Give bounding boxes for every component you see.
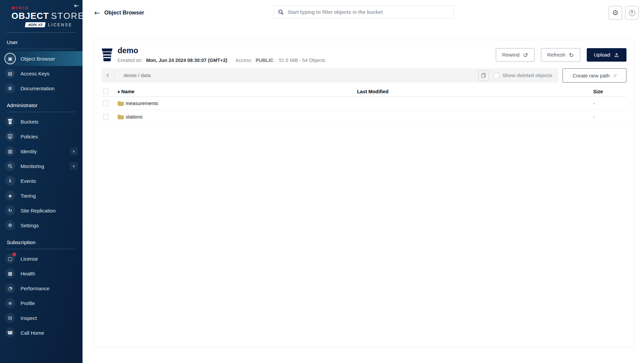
breadcrumb-bar: ‹ demo / data Show deleted objects (101, 68, 558, 82)
sidebar-item-settings[interactable]: ⚙ Settings (0, 218, 83, 233)
table-row[interactable]: measurements - (101, 97, 626, 110)
rewind-button[interactable]: Rewind ↺ (496, 48, 535, 62)
row-checkbox[interactable] (103, 114, 109, 120)
folder-icon (118, 114, 124, 120)
notification-dot (12, 253, 16, 256)
section-subscription: Subscription (7, 239, 76, 249)
bucket-header: demo Created on: Mon, Jun 24 2024 08:30:… (101, 40, 626, 63)
minio-wordmark: MINIO (11, 5, 83, 10)
access-label: Access: (235, 58, 252, 63)
back-chevron-icon[interactable]: ‹ (101, 68, 114, 82)
bucket-meta: Created on: Mon, Jun 24 2024 08:30:07 (G… (118, 58, 325, 63)
created-value: Mon, Jun 24 2024 08:30:07 (GMT+2) (146, 58, 227, 63)
sidebar-item-performance[interactable]: ◔ Performance (0, 281, 83, 296)
sidebar-item-access-keys[interactable]: ▤ Access Keys (0, 66, 83, 81)
gear-icon: ⚙ (5, 220, 15, 230)
access-value: PUBLIC (256, 58, 273, 63)
search-input[interactable] (274, 6, 454, 19)
product-name: OBJECTSTORE (11, 11, 83, 21)
agpl-badge: AGPL V3 (25, 22, 45, 27)
shield-user-icon (5, 131, 15, 141)
gear-icon: ⚙ (612, 9, 619, 17)
sidebar-item-buckets[interactable]: Buckets (0, 114, 83, 129)
copy-icon (481, 73, 486, 78)
sidebar-item-documentation[interactable]: ≣ Documentation (0, 81, 83, 96)
bucket-info: demo Created on: Mon, Jun 24 2024 08:30:… (118, 47, 325, 63)
path-toolbar: ‹ demo / data Show deleted objects Creat… (101, 68, 626, 82)
sidebar-item-tiering[interactable]: ◈ Tiering (0, 188, 83, 203)
page-title: Object Browser (104, 10, 144, 16)
bucket-icon (5, 117, 15, 127)
bucket-card: demo Created on: Mon, Jun 24 2024 08:30:… (94, 40, 634, 348)
inspect-icon: ⊟ (5, 313, 15, 323)
column-header-name[interactable]: ▲Name (118, 89, 357, 94)
license-icon: ▢ (5, 254, 15, 264)
page-header: ← Object Browser (94, 0, 144, 25)
logo-divider (7, 32, 76, 33)
show-deleted-toggle: Show deleted objects (493, 73, 552, 78)
back-arrow-icon[interactable]: ← (94, 9, 100, 17)
sidebar-item-health[interactable]: ▦ Health (0, 266, 83, 281)
breadcrumb[interactable]: demo / data (124, 73, 478, 78)
chevron-down-icon[interactable]: ∨ (70, 147, 78, 155)
path-icon: :// (613, 73, 616, 78)
refresh-button[interactable]: Refresh ↻ (541, 48, 580, 62)
documentation-icon: ≣ (5, 83, 15, 93)
sidebar-item-monitoring[interactable]: Monitoring ∨ (0, 159, 83, 173)
sidebar-item-site-replication[interactable]: ↻ Site Replication (0, 203, 83, 218)
show-deleted-checkbox[interactable] (493, 73, 499, 78)
sidebar-item-policies[interactable]: Policies (0, 129, 83, 144)
bucket-summary: 51.5 MiB - 54 Objects (279, 58, 325, 63)
select-all-checkbox[interactable] (103, 89, 109, 94)
sidebar-item-object-browser[interactable]: ▣ Object Browser (0, 51, 83, 66)
object-name: stations (126, 114, 142, 120)
sidebar-item-license[interactable]: ▢ License (0, 251, 83, 266)
sidebar-item-inspect[interactable]: ⊟ Inspect (0, 310, 83, 325)
bucket-name: demo (118, 47, 325, 55)
object-size: - (593, 101, 626, 106)
object-name: measurements (126, 101, 158, 106)
section-administrator: Administrator (7, 102, 76, 112)
row-checkbox[interactable] (103, 100, 109, 106)
identity-card-icon: ▥ (5, 146, 15, 156)
sidebar-item-profile[interactable]: ≡ Profile (0, 296, 83, 310)
main-area: ← Object Browser ⚙ ? demo (83, 0, 644, 348)
monitoring-icon (5, 161, 15, 171)
bucket-icon (101, 48, 113, 61)
layers-icon: ◈ (5, 191, 15, 201)
chevron-down-icon[interactable]: ∨ (70, 162, 78, 170)
table-row[interactable]: stations - (101, 110, 626, 124)
sidebar: ⇤ MINIO OBJECTSTORE AGPL V3 LICENSE User… (0, 0, 83, 363)
phone-icon: ☎ (5, 328, 15, 338)
rewind-icon: ↺ (523, 52, 528, 59)
upload-button[interactable]: Upload (587, 48, 626, 62)
sidebar-nav: User ▣ Object Browser ▤ Access Keys ≣ Do… (0, 39, 83, 340)
object-size: - (593, 114, 626, 120)
column-header-last-modified: Last Modified (357, 89, 593, 94)
sidebar-item-call-home[interactable]: ☎ Call Home (0, 325, 83, 340)
copy-path-button[interactable] (478, 70, 489, 81)
sidebar-item-events[interactable]: λ Events (0, 173, 83, 188)
upload-icon (614, 52, 619, 58)
help-icon: ? (629, 10, 635, 16)
topbar: ← Object Browser ⚙ ? (83, 0, 644, 25)
show-deleted-label: Show deleted objects (503, 73, 552, 78)
create-new-path-button[interactable]: Create new path :// (562, 68, 626, 82)
minio-logo: MINIO OBJECTSTORE AGPL V3 LICENSE (0, 0, 83, 27)
bucket-actions: Rewind ↺ Refresh ↻ Upload (496, 48, 626, 62)
table-header-row: ▲Name Last Modified Size (101, 87, 626, 97)
help-button[interactable]: ? (625, 6, 639, 20)
license-row: AGPL V3 LICENSE (11, 22, 72, 27)
profile-icon: ≡ (5, 298, 15, 308)
settings-button[interactable]: ⚙ (609, 6, 622, 20)
collapse-sidebar-icon[interactable]: ⇤ (74, 2, 79, 9)
health-icon: ▦ (5, 268, 15, 278)
object-browser-icon: ▣ (5, 54, 15, 64)
created-label: Created on: (118, 58, 143, 63)
gauge-icon: ◔ (5, 283, 15, 293)
search-box (274, 6, 454, 19)
lambda-icon: λ (5, 176, 15, 186)
folder-icon (118, 101, 124, 106)
sidebar-item-identity[interactable]: ▥ Identity ∨ (0, 144, 83, 159)
section-user: User (7, 39, 76, 49)
